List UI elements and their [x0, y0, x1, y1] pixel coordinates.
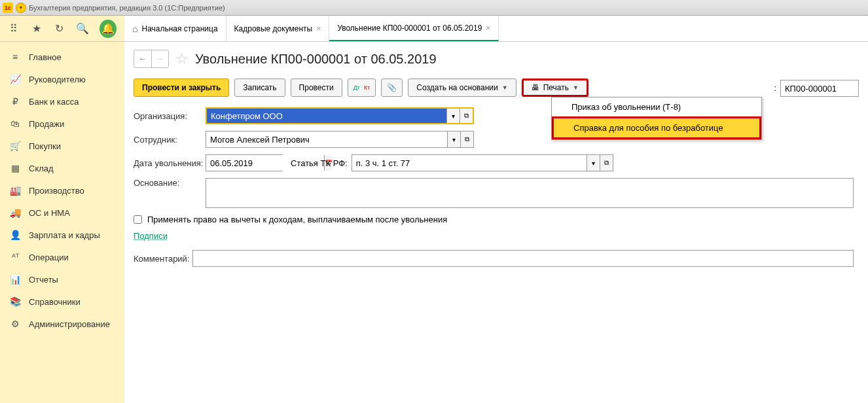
toolbar-left-icons: ⠿ ★ ↻ 🔍 🔔	[0, 16, 124, 41]
sidebar-item-purchases[interactable]: 🛒Покупки	[0, 135, 124, 157]
comment-input-group	[192, 250, 854, 267]
close-icon[interactable]: ×	[486, 24, 490, 33]
tab-label: Начальная страница	[141, 24, 217, 33]
basis-label: Основание:	[134, 178, 206, 188]
create-based-button[interactable]: Создать на основании▼	[408, 79, 516, 97]
caret-down-icon: ▼	[502, 84, 508, 91]
write-button[interactable]: Записать	[234, 79, 285, 97]
bell-icon[interactable]: 🔔	[99, 20, 117, 38]
titlebar-dropdown-icon[interactable]: ▾	[16, 3, 26, 13]
sidebar-item-bank[interactable]: ₽Банк и касса	[0, 90, 124, 113]
sidebar-item-label: Склад	[29, 164, 54, 173]
org-input[interactable]	[207, 109, 446, 123]
action-bar: Провести и закрыть Записать Провести ДтК…	[134, 79, 859, 97]
attach-button[interactable]: 📎	[381, 79, 403, 97]
back-button[interactable]: ←	[134, 50, 151, 67]
sidebar-item-sales[interactable]: 🛍Продажи	[0, 113, 124, 135]
caret-down-icon: ▼	[573, 84, 579, 91]
top-toolbar: ⠿ ★ ↻ 🔍 🔔 ⌂ Начальная страница Кадровые …	[0, 16, 868, 42]
sidebar-item-operations[interactable]: ᴬᵀОперации	[0, 246, 124, 268]
tab-hr-docs[interactable]: Кадровые документы ×	[226, 16, 330, 41]
bars-icon: 📊	[9, 274, 21, 285]
open-icon[interactable]: ⧉	[460, 131, 473, 147]
deduction-label: Применять право на вычеты к доходам, вып…	[147, 215, 447, 224]
sidebar-item-main[interactable]: ≡Главное	[0, 46, 124, 68]
open-icon[interactable]: ⧉	[600, 155, 613, 171]
sidebar-item-manager[interactable]: 📈Руководителю	[0, 68, 124, 90]
printer-icon: 🖶	[532, 83, 539, 92]
deduction-checkbox[interactable]	[134, 215, 142, 224]
doc-number-input[interactable]	[780, 80, 859, 97]
emp-input-group: ▾ ⧉	[206, 131, 474, 148]
nav-buttons: ← →	[134, 50, 169, 68]
sidebar-item-reports[interactable]: 📊Отчеты	[0, 268, 124, 290]
emp-input[interactable]	[206, 131, 447, 147]
tab-label: Кадровые документы	[234, 24, 313, 33]
sidebar-item-warehouse[interactable]: ▦Склад	[0, 157, 124, 179]
sidebar-item-label: Покупки	[29, 141, 61, 151]
truck-icon: 🚚	[9, 207, 21, 218]
kt-icon: Кт	[364, 84, 370, 91]
print-dropdown-menu: Приказ об увольнении (Т-8) Справка для п…	[551, 97, 762, 140]
basis-textarea[interactable]	[206, 178, 854, 208]
sidebar-item-label: Администрирование	[29, 319, 110, 329]
close-icon[interactable]: ×	[316, 24, 321, 33]
print-menu-t8[interactable]: Приказ об увольнении (Т-8)	[552, 97, 761, 116]
sidebar-item-admin[interactable]: ⚙Администрирование	[0, 313, 124, 335]
paperclip-icon: 📎	[387, 83, 397, 92]
dropdown-icon[interactable]: ▾	[447, 131, 460, 147]
tab-bar: ⌂ Начальная страница Кадровые документы …	[124, 16, 499, 41]
tab-home[interactable]: ⌂ Начальная страница	[124, 16, 226, 41]
post-button[interactable]: Провести	[291, 79, 342, 97]
sidebar-item-label: Банк и касса	[29, 97, 79, 107]
sidebar-item-label: Продажи	[29, 119, 64, 129]
tk-input[interactable]	[352, 155, 587, 171]
menu-icon: ≡	[9, 52, 21, 62]
sidebar-item-label: Руководителю	[29, 75, 86, 84]
doc-title: Увольнение КП00-000001 от 06.05.2019	[195, 52, 437, 67]
sidebar-item-assets[interactable]: 🚚ОС и НМА	[0, 202, 124, 224]
comment-input[interactable]	[193, 251, 853, 266]
titlebar: 1c ▾ Бухгалтерия предприятия, редакция 3…	[0, 0, 868, 16]
search-icon[interactable]: 🔍	[76, 22, 89, 35]
sidebar-item-hr[interactable]: 👤Зарплата и кадры	[0, 224, 124, 246]
forward-button[interactable]: →	[151, 50, 168, 67]
org-input-group: ▾ ⧉	[206, 107, 474, 124]
person-icon: 👤	[9, 230, 21, 240]
dtkt-button[interactable]: ДтКт	[348, 79, 376, 97]
sidebar-item-label: Зарплата и кадры	[29, 230, 100, 240]
org-label: Организация:	[134, 111, 206, 121]
factory-icon: 🏭	[9, 185, 21, 196]
open-icon[interactable]: ⧉	[460, 109, 473, 123]
history-icon[interactable]: ↻	[53, 22, 65, 35]
ruble-icon: ₽	[9, 96, 21, 107]
tk-input-group: ▾ ⧉	[352, 154, 613, 171]
window-title: Бухгалтерия предприятия, редакция 3.0 (1…	[29, 4, 225, 12]
sidebar-item-refs[interactable]: 📚Справочники	[0, 290, 124, 313]
star-icon[interactable]: ★	[31, 22, 43, 35]
comment-label: Комментарий:	[134, 254, 192, 264]
dropdown-icon[interactable]: ▾	[587, 155, 600, 171]
print-menu-unemployment-ref[interactable]: Справка для пособия по безработице	[552, 116, 761, 139]
gear-icon: ⚙	[9, 319, 21, 329]
post-and-close-button[interactable]: Провести и закрыть	[134, 79, 229, 97]
colon-label: :	[774, 84, 776, 93]
favorite-star-icon[interactable]: ☆	[175, 50, 189, 67]
bag-icon: 🛍	[9, 118, 21, 129]
sidebar-item-label: Справочники	[29, 297, 81, 307]
tab-dismissal[interactable]: Увольнение КП00-000001 от 06.05.2019 ×	[329, 16, 499, 41]
sidebar-item-label: Отчеты	[29, 275, 58, 285]
content-area: ← → ☆ Увольнение КП00-000001 от 06.05.20…	[124, 42, 868, 403]
sidebar-item-production[interactable]: 🏭Производство	[0, 179, 124, 202]
apps-icon[interactable]: ⠿	[8, 22, 20, 35]
signatures-link[interactable]: Подписи	[134, 231, 168, 241]
dt-icon: Дт	[353, 84, 360, 91]
tk-label: Статья ТК РФ:	[291, 158, 348, 168]
sidebar-item-label: Производство	[29, 186, 84, 196]
cart-icon: 🛒	[9, 141, 21, 151]
print-button[interactable]: 🖶Печать▼	[522, 79, 588, 97]
dropdown-icon[interactable]: ▾	[446, 109, 460, 123]
emp-label: Сотрудник:	[134, 135, 206, 145]
sidebar-item-label: Операции	[29, 253, 69, 262]
sidebar-item-label: Главное	[29, 52, 62, 62]
